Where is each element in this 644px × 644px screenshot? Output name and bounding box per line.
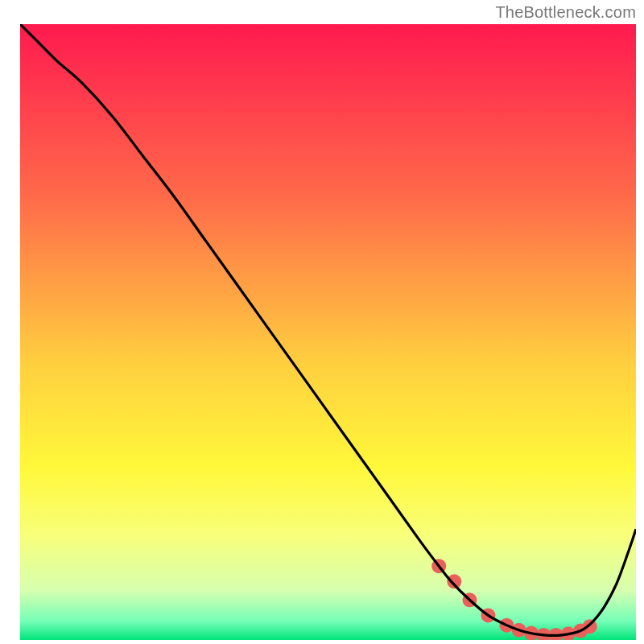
bottleneck-chart (0, 0, 644, 644)
chart-container: TheBottleneck.com (0, 0, 644, 644)
marker-dot (583, 619, 597, 634)
watermark-label: TheBottleneck.com (495, 3, 636, 22)
